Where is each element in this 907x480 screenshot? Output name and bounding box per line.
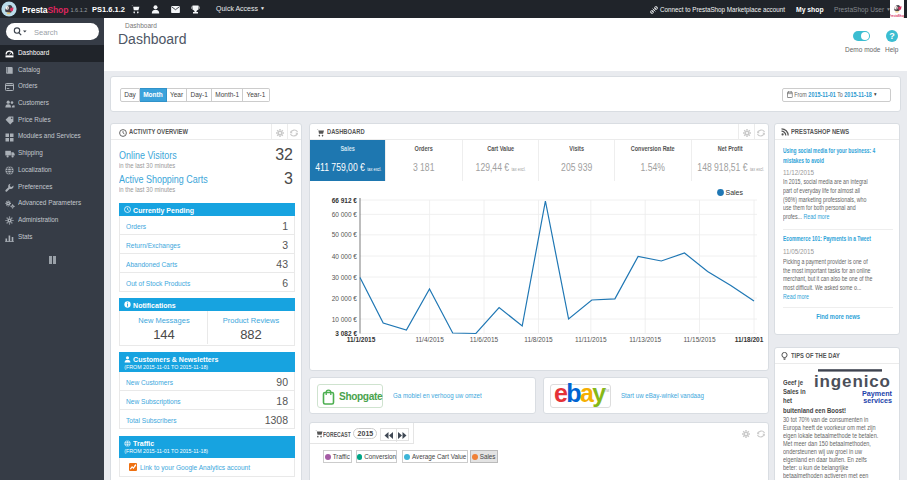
svg-text:30 000 €: 30 000 € (332, 274, 358, 281)
svg-text:40 000 €: 40 000 € (332, 253, 358, 260)
svg-text:11/1/2015: 11/1/2015 (347, 336, 376, 343)
svg-text:11/8/2015: 11/8/2015 (524, 336, 553, 343)
svg-text:50 000 €: 50 000 € (332, 231, 358, 238)
svg-text:11/18/201: 11/18/201 (735, 336, 764, 343)
svg-text:PrestaShop: PrestaShop (890, 14, 904, 18)
svg-text:11/11/2015: 11/11/2015 (575, 336, 607, 343)
svg-text:60 000 €: 60 000 € (332, 211, 358, 218)
svg-text:11/15/2015: 11/15/2015 (683, 336, 715, 343)
svg-text:Sales: Sales (726, 189, 744, 196)
svg-text:10 000 €: 10 000 € (332, 316, 358, 323)
svg-text:20 000 €: 20 000 € (332, 295, 358, 302)
svg-text:11/4/2015: 11/4/2015 (415, 336, 444, 343)
svg-text:11/13/2015: 11/13/2015 (629, 336, 661, 343)
svg-text:66 912 €: 66 912 € (332, 197, 358, 204)
svg-text:11/6/2015: 11/6/2015 (470, 336, 499, 343)
svg-text:services: services (863, 396, 892, 403)
